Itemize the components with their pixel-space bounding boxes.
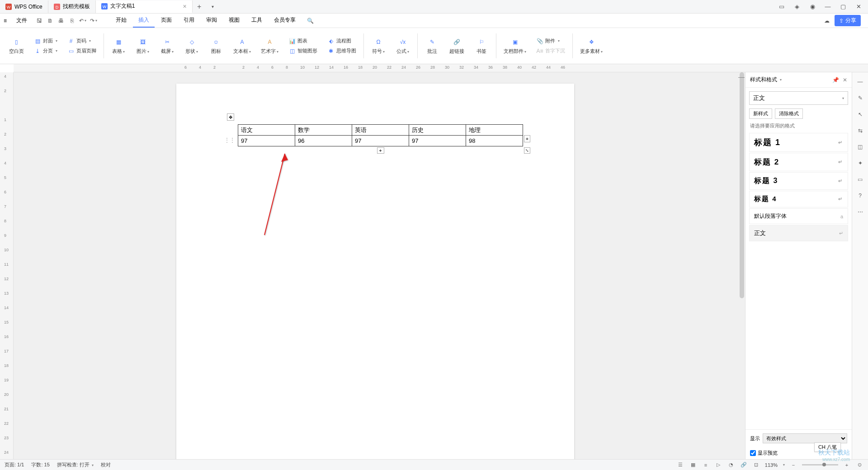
ribbon-attachment[interactable]: 📎附件▾: [534, 37, 567, 46]
style-item-h4[interactable]: 标题 4↵: [749, 191, 848, 207]
save-icon[interactable]: 🖫: [35, 17, 43, 25]
data-table[interactable]: 语文 数学 英语 历史 地理 97 96 97 97 98: [238, 124, 523, 146]
side-more-icon[interactable]: ⋯: [855, 207, 865, 217]
print-preview-icon[interactable]: 🗎: [46, 17, 54, 25]
menu-tab-review[interactable]: 审阅: [201, 14, 222, 28]
cell[interactable]: 98: [466, 136, 523, 146]
panel-close-icon[interactable]: ✕: [843, 77, 847, 83]
ruler-vertical[interactable]: 4 2 1 2 3 4 5 6 7 8 9 10 11 12 13 14 15 …: [0, 72, 14, 459]
cell[interactable]: 历史: [409, 125, 466, 136]
cell[interactable]: 97: [238, 136, 295, 146]
clear-format-button[interactable]: 清除格式: [775, 108, 803, 119]
undo-icon[interactable]: ↶▾: [79, 17, 87, 25]
ribbon-symbol[interactable]: Ω符号▾: [369, 37, 387, 56]
side-shapes-icon[interactable]: ◫: [855, 142, 865, 152]
status-fit-icon[interactable]: ⊡: [752, 461, 760, 469]
table-add-column-icon[interactable]: +: [524, 135, 530, 142]
ribbon-header-footer[interactable]: ▭页眉页脚: [66, 47, 98, 56]
menu-hamburger-icon[interactable]: ≡: [4, 18, 11, 24]
ribbon-chart[interactable]: 📊图表: [287, 37, 319, 46]
ime-indicator[interactable]: CH 八笔: [814, 442, 841, 452]
print-icon[interactable]: 🖶: [57, 17, 65, 25]
close-window-icon[interactable]: ✕: [853, 1, 864, 13]
current-style-select[interactable]: 正文 ▾: [749, 91, 848, 105]
tab-app[interactable]: W WPS Office: [0, 0, 48, 13]
menu-tab-page[interactable]: 页面: [156, 14, 177, 28]
ribbon-screenshot[interactable]: ✂截屏▾: [158, 37, 176, 56]
ribbon-page-break[interactable]: ⤓分页▾: [32, 47, 59, 56]
table-drag-handle-icon[interactable]: ⋮⋮: [224, 137, 230, 142]
newtab-caret[interactable]: ▾: [206, 4, 220, 9]
preview-checkbox[interactable]: [750, 450, 756, 456]
redo-icon[interactable]: ↷▾: [90, 17, 98, 25]
menu-search-icon[interactable]: 🔍: [305, 18, 316, 24]
zoom-out-icon[interactable]: −: [789, 461, 797, 469]
zoom-slider[interactable]: [802, 464, 838, 465]
panel-collapse-icon[interactable]: —: [738, 73, 745, 80]
maximize-icon[interactable]: ▢: [837, 1, 849, 13]
device-icon[interactable]: ▭: [776, 1, 788, 13]
document-area[interactable]: ✥ ⋮⋮ 语文 数学 英语 历史 地理 97 96 97 97 98 +: [14, 72, 745, 459]
ribbon-wordart[interactable]: A艺术字▾: [259, 37, 280, 56]
print-quick-icon[interactable]: ⎘: [68, 17, 76, 25]
ribbon-dropcap[interactable]: A≡首字下沉: [534, 47, 567, 56]
status-zoom[interactable]: 113%: [765, 462, 778, 468]
menu-file[interactable]: 文件: [13, 15, 31, 26]
side-tools-icon[interactable]: ✦: [855, 158, 865, 168]
cell[interactable]: 96: [295, 136, 352, 146]
menu-tab-member[interactable]: 会员专享: [269, 14, 301, 28]
side-edit-icon[interactable]: ✎: [855, 93, 865, 103]
status-view-focus-icon[interactable]: ◔: [727, 461, 735, 469]
cloud-icon[interactable]: ☁: [823, 17, 831, 25]
cell[interactable]: 语文: [238, 125, 295, 136]
ribbon-picture[interactable]: 🖼图片▾: [134, 37, 152, 56]
scroll-thumb[interactable]: [740, 72, 744, 298]
style-item-h3[interactable]: 标题 3↵: [749, 172, 848, 190]
new-style-button[interactable]: 新样式: [749, 108, 772, 119]
menu-tab-insert[interactable]: 插入: [133, 14, 155, 28]
zoom-in-icon[interactable]: +: [843, 461, 851, 469]
status-view-print-icon[interactable]: ☰: [676, 461, 684, 469]
ribbon-formula[interactable]: √x公式▾: [394, 37, 412, 56]
panel-pin-icon[interactable]: 📌: [832, 77, 839, 83]
menu-tab-view[interactable]: 视图: [223, 14, 245, 28]
status-spell[interactable]: 拼写检查: 打开 ▾: [57, 461, 94, 468]
table-resize-handle-icon[interactable]: ⤡: [524, 147, 530, 154]
ribbon-hyperlink[interactable]: 🔗超链接: [448, 37, 466, 56]
ribbon-icon[interactable]: ☺图标: [207, 37, 225, 56]
menu-tab-tools[interactable]: 工具: [246, 14, 268, 28]
cell[interactable]: 数学: [295, 125, 352, 136]
ribbon-blank-page[interactable]: ▯空白页: [7, 37, 26, 56]
tab-close-icon[interactable]: ×: [183, 3, 186, 10]
ruler-horizontal[interactable]: 6 4 2 2 4 6 8 10 12 14 16 18 20 22 24 26…: [14, 64, 868, 72]
ribbon-cover[interactable]: ▤封面▾: [32, 37, 59, 46]
menu-tab-start[interactable]: 开始: [110, 14, 132, 28]
avatar-icon[interactable]: ◉: [807, 1, 818, 13]
ribbon-mindmap[interactable]: ✱思维导图: [326, 47, 358, 56]
cell[interactable]: 地理: [466, 125, 523, 136]
share-button[interactable]: ⇪分享: [835, 15, 861, 26]
zoom-reset-icon[interactable]: ⊙: [855, 461, 863, 469]
ribbon-textbox[interactable]: A文本框▾: [231, 37, 253, 56]
cell[interactable]: 英语: [352, 125, 409, 136]
menu-tab-reference[interactable]: 引用: [178, 14, 200, 28]
side-help-icon[interactable]: ?: [855, 191, 865, 201]
status-view-outline-icon[interactable]: ▦: [689, 461, 697, 469]
ribbon-page-number[interactable]: #页码▾: [66, 37, 98, 46]
side-select-icon[interactable]: ↖: [855, 109, 865, 119]
ribbon-table[interactable]: ▦表格▾: [109, 37, 127, 56]
status-page[interactable]: 页面: 1/1: [5, 461, 24, 468]
status-proof[interactable]: 校对: [101, 461, 111, 468]
tab-doc[interactable]: W 文字文稿1 ×: [96, 0, 193, 13]
scrollbar-vertical[interactable]: [739, 72, 745, 459]
cell[interactable]: 97: [409, 136, 466, 146]
side-settings-icon[interactable]: ⇆: [855, 126, 865, 136]
style-item-body[interactable]: 正文↵: [749, 225, 848, 241]
tab-template[interactable]: D 找稻壳模板: [48, 0, 96, 13]
status-words[interactable]: 字数: 15: [31, 461, 49, 468]
ribbon-smart-graphic[interactable]: ◫智能图形: [287, 47, 319, 56]
table-add-row-icon[interactable]: +: [377, 147, 384, 154]
style-item-default-font[interactable]: 默认段落字体a: [749, 208, 848, 224]
show-select[interactable]: 有效样式: [763, 433, 847, 443]
side-minimize-icon[interactable]: —: [855, 77, 865, 87]
